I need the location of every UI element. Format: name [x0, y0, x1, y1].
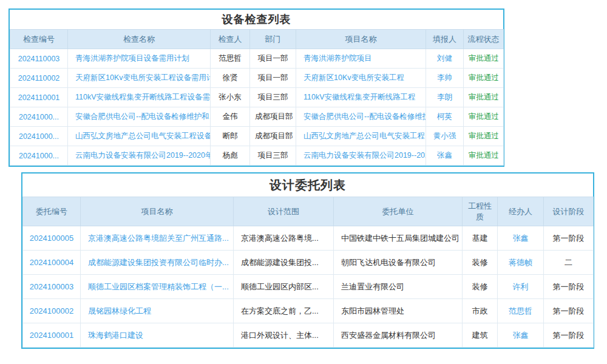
inspection-table: 检查编号检查名称检查人部门项目名称填报人流程状态 2024110003 青海洪湖…	[10, 29, 504, 166]
cell-inspection-id[interactable]: 20241000...	[19, 113, 59, 121]
table-row: 20241000... 安徽合肥供电公司--配电设备检修维护和... 金伟 成都…	[10, 107, 504, 127]
column-header: 工程性质	[463, 197, 498, 226]
cell-agent[interactable]: 范思哲	[509, 306, 532, 315]
column-header: 项目名称	[81, 197, 234, 226]
column-header: 经办人	[498, 197, 544, 226]
cell-reporter[interactable]: 张鑫	[437, 151, 452, 160]
cell-reporter[interactable]: 李帅	[437, 73, 452, 82]
cell-design-stage: 第一阶段	[544, 275, 594, 299]
column-header: 流程状态	[464, 30, 504, 49]
cell-department: 项目三部	[250, 88, 296, 107]
cell-department: 项目三部	[250, 146, 296, 166]
cell-reporter[interactable]: 刘健	[437, 54, 452, 62]
cell-commission-id[interactable]: 2024100001	[30, 331, 73, 340]
cell-project-name[interactable]: 青海洪湖养护院项目	[304, 54, 372, 62]
inspection-table-title: 设备检查列表	[10, 10, 503, 29]
cell-client-unit: 西安盛器金属材料有限公司	[334, 323, 463, 348]
column-header: 填报人	[426, 30, 464, 49]
cell-client-unit: 兰迪置业有限公司	[334, 275, 463, 299]
cell-inspector: 范思哲	[211, 49, 250, 69]
commission-header-row: 委托编号项目名称设计范围委托单位工程性质经办人设计阶段	[23, 197, 594, 226]
cell-project-name[interactable]: 山西弘文房地产总公司电气安装工程	[304, 132, 425, 140]
table-row: 2024100001 珠海鹤港口建设 港口外观设计、主体... 西安盛器金属材料…	[23, 323, 594, 348]
cell-client-unit: 中国铁建中铁十五局集团城建公司	[334, 226, 463, 251]
cell-inspector: 张小东	[211, 88, 250, 107]
cell-agent[interactable]: 张鑫	[513, 234, 529, 243]
cell-inspector: 金伟	[211, 107, 250, 127]
cell-project-name[interactable]: 珠海鹤港口建设	[88, 331, 143, 340]
cell-commission-id[interactable]: 2024100002	[30, 306, 73, 315]
cell-agent[interactable]: 张鑫	[513, 331, 529, 340]
column-header: 检查名称	[68, 30, 211, 49]
column-header: 委托编号	[23, 197, 81, 226]
cell-agent[interactable]: 蒋德帧	[509, 258, 532, 267]
cell-inspector: 断郎	[211, 127, 250, 146]
cell-design-stage: 第一阶段	[544, 323, 594, 348]
cell-design-scope: 京港澳高速公路粤境...	[234, 226, 334, 251]
cell-reporter[interactable]: 柯英	[437, 112, 452, 121]
cell-project-name[interactable]: 京港澳高速公路粤境韶关至广州互通路...	[88, 234, 229, 243]
cell-flow-status[interactable]: 审批通过	[469, 73, 499, 82]
table-row: 2024100002 晟铭园林绿化工程 在方案交底之前，乙... 东阳市园林管理…	[23, 299, 594, 323]
cell-project-name[interactable]: 安徽合肥供电公司--配电设备检修维护...	[304, 112, 426, 121]
table-row: 2024100004 成都能源建设集团投资有限公司临时办... 成都能源建设集团…	[23, 251, 594, 275]
cell-inspection-name[interactable]: 110kV安徽线程集变开断线路工程设备需...	[75, 93, 211, 101]
cell-design-scope: 在方案交底之前，乙...	[234, 299, 334, 323]
column-header: 检查编号	[10, 30, 68, 49]
cell-project-type: 装修	[463, 251, 498, 275]
cell-inspection-id[interactable]: 20241000...	[19, 132, 59, 141]
cell-agent[interactable]: 许利	[513, 282, 529, 291]
cell-design-scope: 成都能源建设集团投...	[234, 251, 334, 275]
cell-flow-status[interactable]: 审批通过	[469, 151, 499, 160]
cell-inspection-id[interactable]: 20241000...	[19, 152, 59, 160]
cell-project-name[interactable]: 110kV安徽线程集变开断线路工程	[304, 93, 416, 101]
cell-design-scope: 港口外观设计、主体...	[234, 323, 334, 348]
cell-client-unit: 东阳市园林管理处	[334, 299, 463, 323]
table-row: 2024110003 青海洪湖养护院项目设备需用计划 范思哲 项目一部 青海洪湖…	[10, 49, 504, 69]
cell-commission-id[interactable]: 2024100004	[30, 258, 73, 267]
commission-table: 委托编号项目名称设计范围委托单位工程性质经办人设计阶段 2024100005 京…	[22, 197, 594, 348]
cell-design-scope: 顺德工业园区内部区...	[234, 275, 334, 299]
cell-project-name[interactable]: 天府新区10Kv变电所安装工程	[304, 73, 404, 82]
cell-flow-status[interactable]: 审批通过	[469, 93, 499, 101]
cell-project-name[interactable]: 晟铭园林绿化工程	[88, 306, 151, 315]
cell-department: 项目一部	[250, 49, 296, 69]
cell-inspection-id[interactable]: 2024110003	[18, 55, 60, 63]
cell-project-name[interactable]: 成都能源建设集团投资有限公司临时办...	[88, 258, 229, 267]
cell-reporter[interactable]: 黄小强	[433, 132, 456, 140]
cell-inspector: 杨彪	[211, 146, 250, 166]
table-row: 20241000... 云南电力设备安装有限公司2019--2020年... 杨…	[10, 146, 504, 166]
column-header: 设计范围	[234, 197, 334, 226]
cell-design-stage: 第一阶段	[544, 226, 594, 251]
cell-project-type: 装修	[463, 275, 498, 299]
cell-inspection-name[interactable]: 天府新区10Kv变电所安装工程设备需用计划	[75, 73, 211, 82]
cell-inspection-name[interactable]: 青海洪湖养护院项目设备需用计划	[75, 54, 189, 62]
cell-flow-status[interactable]: 审批通过	[469, 132, 499, 140]
cell-inspector: 徐贤	[211, 69, 250, 88]
cell-commission-id[interactable]: 2024100003	[30, 282, 73, 291]
column-header: 委托单位	[334, 197, 463, 226]
cell-project-type: 建筑	[463, 323, 498, 348]
cell-inspection-name[interactable]: 山西弘文房地产总公司电气安装工程设备...	[75, 132, 211, 140]
cell-department: 成都项目部	[250, 107, 296, 127]
cell-department: 成都项目部	[250, 127, 296, 146]
cell-inspection-name[interactable]: 安徽合肥供电公司--配电设备检修维护和...	[75, 112, 211, 121]
cell-reporter[interactable]: 李朗	[437, 93, 452, 101]
cell-inspection-id[interactable]: 2024110002	[18, 74, 60, 83]
commission-table-card: 设计委托列表 委托编号项目名称设计范围委托单位工程性质经办人设计阶段 20241…	[21, 172, 594, 349]
cell-flow-status[interactable]: 审批通过	[469, 112, 499, 121]
table-row: 2024110002 天府新区10Kv变电所安装工程设备需用计划 徐贤 项目一部…	[10, 69, 504, 88]
table-row: 2024110001 110kV安徽线程集变开断线路工程设备需... 张小东 项…	[10, 88, 504, 107]
cell-inspection-id[interactable]: 2024110001	[18, 93, 60, 102]
cell-project-name[interactable]: 云南电力设备安装有限公司2019--202...	[304, 151, 426, 160]
cell-flow-status[interactable]: 审批通过	[469, 54, 499, 62]
cell-commission-id[interactable]: 2024100005	[30, 234, 73, 243]
cell-inspection-name[interactable]: 云南电力设备安装有限公司2019--2020年...	[75, 151, 211, 160]
table-row: 20241000... 山西弘文房地产总公司电气安装工程设备... 断郎 成都项…	[10, 127, 504, 146]
cell-project-name[interactable]: 顺德工业园区档案管理精装饰工程（一...	[88, 282, 229, 291]
table-row: 2024100005 京港澳高速公路粤境韶关至广州互通路... 京港澳高速公路粤…	[23, 226, 594, 251]
column-header: 部门	[250, 30, 296, 49]
cell-department: 项目一部	[250, 69, 296, 88]
inspection-table-card: 设备检查列表 检查编号检查名称检查人部门项目名称填报人流程状态 20241100…	[8, 8, 504, 167]
commission-table-title: 设计委托列表	[22, 174, 593, 197]
